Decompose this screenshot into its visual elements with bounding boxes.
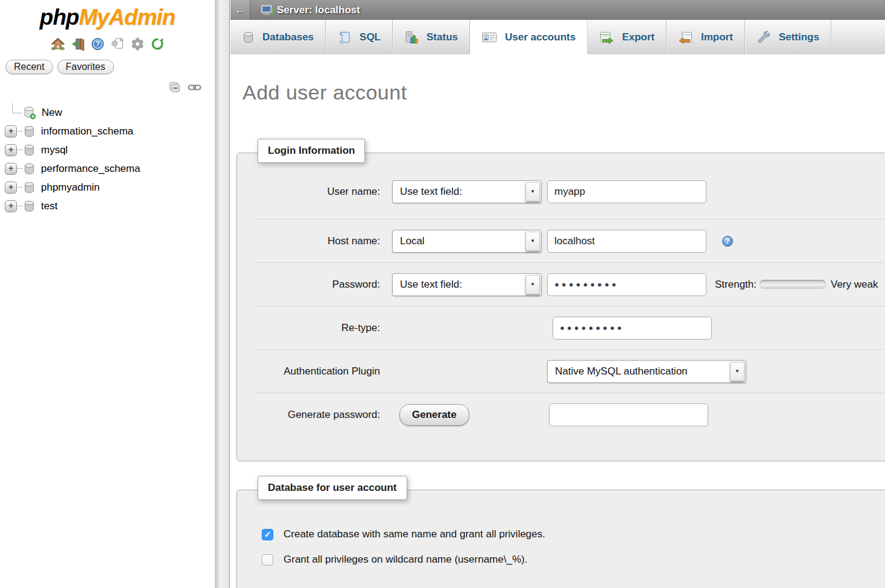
link-panel-icon[interactable]	[188, 83, 201, 92]
db-privileges-checkbox[interactable]	[262, 529, 273, 540]
tab-status[interactable]: Status	[393, 20, 470, 54]
expand-plus-icon[interactable]	[5, 163, 17, 175]
tab-label: Status	[427, 31, 458, 43]
tree-item-test[interactable]: test	[0, 197, 215, 215]
top-tab-bar: Databases SQL Status User accounts Expor…	[230, 20, 885, 54]
collapse-all-icon[interactable]	[168, 81, 182, 95]
tree-item-label: information_schema	[41, 125, 133, 138]
username-label: User name:	[255, 186, 380, 198]
status-chart-icon	[404, 30, 419, 45]
tree-item-label: phpmyadmin	[41, 182, 100, 194]
phpmyadmin-logo[interactable]: phpMyAdmin	[0, 0, 215, 30]
fieldset-legend: Login Information	[258, 139, 365, 163]
database-icon	[23, 144, 36, 157]
select-value: Use text field:	[400, 186, 462, 198]
tree-branch-line	[17, 206, 23, 206]
create-database-option: Create database with same name and grant…	[262, 522, 885, 547]
tab-settings[interactable]: Settings	[745, 20, 831, 54]
database-icon	[23, 125, 36, 138]
page-content: Add user account Login Information User …	[230, 54, 885, 588]
strength-label: Strength:	[715, 279, 757, 291]
username-type-select[interactable]: Use text field:	[392, 180, 542, 203]
auth-plugin-row: Authentication Plugin Native MySQL authe…	[255, 350, 885, 393]
select-value: Native MySQL authentication	[555, 365, 688, 378]
db-privileges-checkbox[interactable]	[262, 554, 273, 566]
wrench-icon	[757, 30, 771, 45]
generated-password-input[interactable]	[549, 403, 708, 426]
phpmyadmin-window: phpMyAdmin ? Recent Favo	[0, 0, 885, 588]
tree-item-performance-schema[interactable]: performance_schema	[0, 159, 215, 178]
chevron-down-icon	[730, 362, 744, 381]
username-input[interactable]	[547, 180, 706, 203]
login-information-fieldset: Login Information User name: Use text fi…	[236, 153, 885, 461]
main-panel: ← Server: localhost Databases SQL Status…	[230, 0, 885, 588]
import-icon	[678, 31, 693, 44]
retype-password-input[interactable]	[553, 317, 712, 340]
auth-plugin-label: Authentication Plugin	[255, 365, 380, 378]
tree-item-label: performance_schema	[41, 163, 140, 175]
tree-item-label: New	[42, 107, 62, 119]
tree-item-information-schema[interactable]: information_schema	[0, 122, 215, 141]
password-strength-meter	[760, 280, 826, 289]
database-tree: New information_schema mysql performance…	[0, 103, 215, 215]
checkbox-label[interactable]: Create database with same name and grant…	[284, 528, 545, 540]
tree-branch-line	[17, 187, 23, 188]
tab-sql[interactable]: SQL	[326, 20, 393, 54]
tree-item-label: mysql	[41, 144, 68, 156]
recent-button[interactable]: Recent	[5, 60, 53, 74]
tab-databases[interactable]: Databases	[230, 20, 326, 54]
refresh-icon[interactable]	[150, 37, 165, 51]
tab-label: Databases	[262, 31, 314, 43]
password-label: Password:	[255, 279, 380, 291]
tab-label: User accounts	[505, 31, 576, 43]
expand-plus-icon[interactable]	[5, 144, 17, 156]
home-icon[interactable]	[51, 37, 65, 51]
docs-icon[interactable]	[110, 37, 125, 51]
tab-label: SQL	[360, 31, 381, 43]
help-icon[interactable]: ?	[722, 236, 733, 247]
nav-toolbar: ?	[0, 36, 215, 52]
back-arrow-button[interactable]: ←	[230, 0, 250, 20]
expand-plus-icon[interactable]	[5, 200, 17, 212]
logout-icon[interactable]	[71, 37, 85, 51]
hostname-type-select[interactable]: Local	[392, 230, 542, 253]
server-breadcrumb-bar: ← Server: localhost	[230, 0, 885, 20]
tab-export[interactable]: Export	[588, 20, 667, 54]
select-value: Local	[400, 235, 425, 247]
tree-item-new-database[interactable]: New	[0, 103, 215, 122]
checkbox-label[interactable]: Grant all privileges on wildcard name (u…	[284, 554, 527, 566]
expand-plus-icon[interactable]	[5, 125, 17, 138]
chevron-down-icon	[525, 232, 540, 251]
logo-myadmin-part: MyAdmin	[79, 5, 176, 30]
database-icon	[23, 200, 36, 213]
expand-plus-icon[interactable]	[5, 182, 17, 194]
tree-item-phpmyadmin[interactable]: phpmyadmin	[0, 178, 215, 197]
generate-button[interactable]: Generate	[399, 404, 469, 426]
server-title[interactable]: Server: localhost	[277, 4, 360, 16]
favorites-button[interactable]: Favorites	[57, 60, 114, 74]
settings-icon[interactable]	[130, 37, 145, 51]
hostname-label: Host name:	[255, 235, 380, 247]
select-value: Use text field:	[400, 279, 462, 291]
new-database-icon	[23, 106, 36, 119]
generate-password-row: Generate password: Generate	[255, 393, 885, 437]
tree-item-label: test	[41, 200, 57, 212]
generate-password-label: Generate password:	[255, 409, 380, 421]
help-icon[interactable]: ?	[90, 37, 105, 51]
tree-item-mysql[interactable]: mysql	[0, 141, 215, 159]
tab-user-accounts[interactable]: User accounts	[470, 20, 588, 54]
auth-plugin-select[interactable]: Native MySQL authentication	[547, 360, 746, 383]
tab-label: Import	[701, 31, 733, 43]
navigation-panel: phpMyAdmin ? Recent Favo	[0, 0, 215, 588]
tree-branch-line	[12, 103, 22, 113]
password-input[interactable]	[547, 273, 706, 296]
logo-php-part: php	[40, 5, 79, 30]
hostname-input[interactable]	[547, 230, 706, 253]
hostname-row: Host name: Local ?	[255, 220, 885, 263]
tab-import[interactable]: Import	[667, 20, 745, 54]
fieldset-legend: Database for user account	[258, 476, 407, 500]
password-type-select[interactable]: Use text field:	[392, 273, 542, 296]
panel-resizer[interactable]	[215, 0, 230, 588]
database-for-user-fieldset: Database for user account Create databas…	[236, 490, 885, 588]
sql-scroll-icon	[337, 30, 352, 45]
